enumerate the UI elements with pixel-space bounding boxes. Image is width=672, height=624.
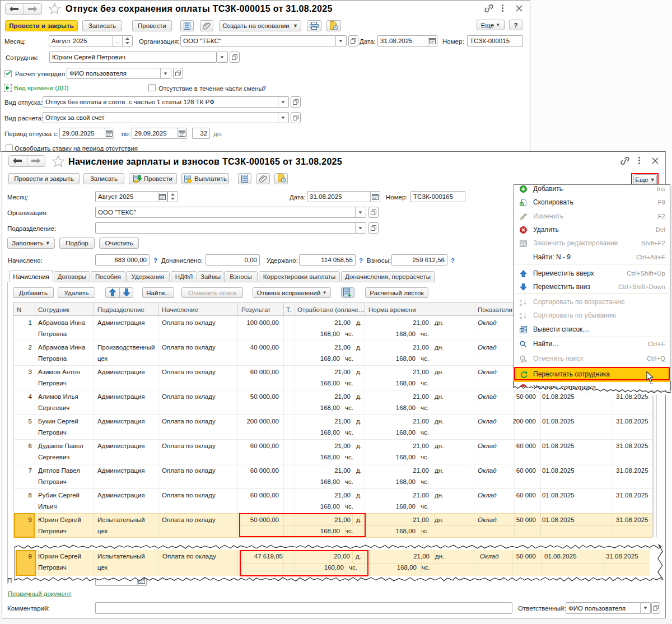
svg-text:а: а [520,302,522,306]
svg-text:я: я [520,299,522,302]
svg-text:а: а [520,312,522,316]
svg-text:ok: ok [522,244,524,246]
svg-text:я: я [520,316,522,319]
